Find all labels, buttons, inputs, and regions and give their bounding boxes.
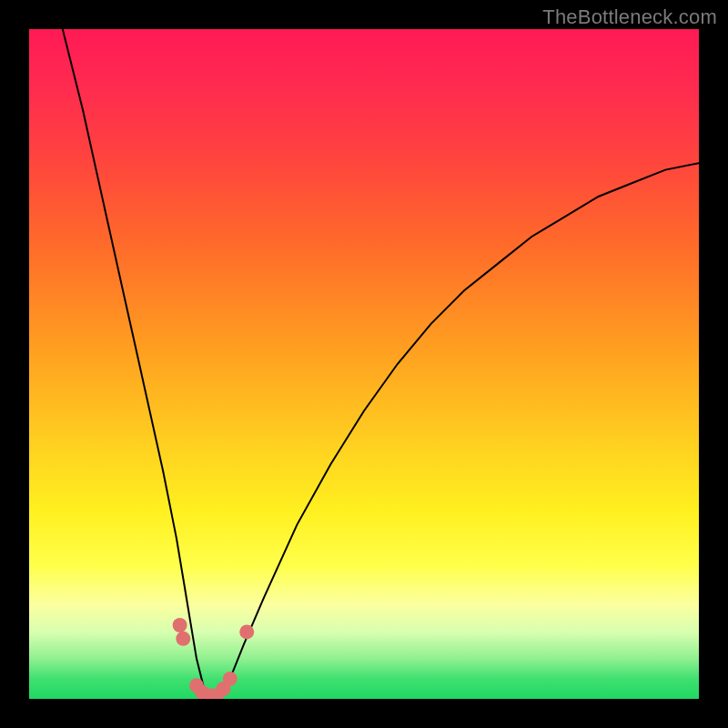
data-marker xyxy=(173,618,187,632)
marker-group xyxy=(173,618,255,699)
plot-area xyxy=(29,29,699,699)
curve-svg xyxy=(29,29,699,699)
data-marker xyxy=(239,624,254,639)
data-marker xyxy=(176,632,190,646)
watermark-text: TheBottleneck.com xyxy=(542,5,717,29)
chart-frame: TheBottleneck.com xyxy=(0,0,728,728)
bottleneck-curve xyxy=(63,29,699,699)
data-marker xyxy=(223,672,238,686)
